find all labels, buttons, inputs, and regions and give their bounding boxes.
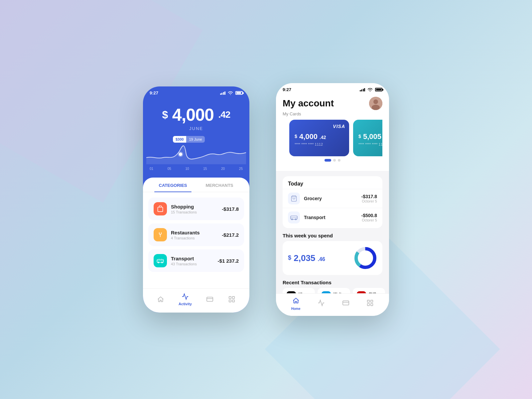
svg-rect-29 — [371, 304, 373, 306]
activity-icon — [181, 293, 189, 301]
bottom-panel: CATEGORIES MERCHANTS Shopping — [143, 178, 249, 313]
status-icons-1 — [220, 91, 243, 95]
nav-card-1[interactable] — [206, 295, 214, 303]
shopping-transactions: 15 Transactions — [171, 210, 222, 214]
account-title: My account — [283, 98, 334, 109]
chart-date-10: 10 — [186, 167, 189, 171]
balance-cents: .42 — [218, 109, 230, 120]
spend-amount: $ 2,035 .46 — [288, 253, 325, 263]
recent-wolt[interactable]: W Wolt -$317.8 — [318, 288, 350, 293]
card-1[interactable]: VISA $ 4,000 .42 **** **** **** 1112 — [289, 120, 349, 156]
tooltip-amount: $300 — [173, 136, 186, 143]
svg-rect-10 — [232, 297, 234, 299]
account-title-row: My account — [283, 94, 382, 111]
svg-rect-7 — [207, 297, 213, 302]
chart-date-25: 25 — [239, 167, 243, 171]
restaurants-amount: -$217.2 — [222, 232, 239, 238]
balance-main: 4,000 — [172, 105, 214, 124]
nav-home-2[interactable]: Home — [291, 297, 301, 311]
nav-home-1[interactable] — [157, 295, 165, 303]
recent-label: Recent Transactions — [283, 280, 382, 285]
card-2[interactable]: VISA $ 5,005 .42 **** **** **** 1123 — [353, 120, 382, 156]
balance-section: $ 4,000 .42 JUNE — [143, 98, 249, 131]
transaction-grocery[interactable]: Grocery -$317.8 Octorer 5 — [283, 189, 382, 208]
balance-month: JUNE — [150, 126, 243, 131]
dot-1 — [325, 159, 331, 162]
tab-bar: CATEGORIES MERCHANTS — [143, 178, 249, 192]
phone-1: 9:27 $ 4,000 .42 — [143, 86, 249, 313]
grid-icon-1 — [228, 295, 236, 303]
wifi-icon — [228, 91, 233, 95]
balance-dollar: $ — [162, 109, 168, 121]
svg-rect-24 — [342, 301, 348, 305]
grocery-info: Grocery — [304, 196, 361, 201]
tab-categories[interactable]: CATEGORIES — [150, 183, 196, 192]
spend-section: This week you spend $ 2,035 .46 — [283, 233, 382, 275]
transport-transactions: 43 Transactions — [171, 262, 218, 266]
dot-2 — [333, 159, 336, 162]
transport-name-2: Transport — [304, 215, 361, 220]
recent-transactions: U Uber -$317.8 W Wolt -$317.8 — [283, 288, 382, 293]
restaurants-name: Restaurants — [171, 230, 222, 235]
nav-activity-2[interactable] — [318, 299, 325, 308]
avatar-image — [369, 97, 382, 110]
account-header: My account My Cards VISA — [276, 94, 389, 171]
svg-point-14 — [373, 99, 378, 104]
recent-uber[interactable]: U Uber -$317.8 — [283, 288, 315, 293]
phone-2: 9:27 My account — [276, 83, 389, 316]
status-bar-1: 9:27 — [143, 86, 249, 98]
nav-grid-1[interactable] — [228, 295, 236, 303]
bottom-nav-1: Activity — [143, 288, 249, 313]
status-bar-2: 9:27 — [276, 83, 389, 94]
nav-grid-2[interactable] — [366, 299, 374, 308]
category-transport[interactable]: Transport 43 Transactions -$1 237.2 — [148, 249, 244, 272]
grid-icon-2 — [366, 299, 374, 308]
transport-icon-2 — [288, 211, 300, 223]
spend-card: $ 2,035 .46 — [283, 241, 382, 275]
recent-section: Recent Transactions U Uber -$317.8 W Wol… — [283, 280, 382, 293]
phones-container: 9:27 $ 4,000 .42 — [143, 83, 389, 316]
card-2-number: **** **** **** 1123 — [358, 142, 382, 146]
cards-label: My Cards — [283, 111, 382, 116]
svg-rect-27 — [371, 300, 373, 302]
dots-indicator — [283, 156, 382, 166]
transport-icon — [154, 254, 167, 267]
transaction-transport[interactable]: Transport -$500.8 Octorer 5 — [283, 208, 382, 227]
balance-amount: $ 4,000 .42 — [150, 105, 243, 125]
chart-date-05: 05 — [168, 167, 171, 171]
activity-icon-2 — [318, 299, 325, 308]
dot-3 — [338, 159, 340, 162]
chart-area: $300 19 June 01 05 10 15 20 25 — [143, 131, 249, 178]
category-shopping[interactable]: Shopping 15 Transactions -$317.8 — [148, 198, 244, 220]
card-1-brand: VISA — [333, 124, 345, 129]
transport-info: Transport 43 Transactions — [171, 256, 218, 266]
nav-card-2[interactable] — [342, 299, 349, 308]
svg-rect-12 — [232, 300, 234, 302]
status-icons-2 — [360, 88, 383, 92]
card-1-number: **** **** **** 1112 — [295, 142, 344, 146]
time-1: 9:27 — [150, 90, 158, 95]
tab-merchants[interactable]: MERCHANTS — [196, 183, 243, 192]
transport-info-2: Transport — [304, 215, 361, 220]
grocery-right: -$317.8 Octorer 5 — [361, 194, 377, 203]
grocery-date: Octorer 5 — [361, 199, 377, 203]
transport-amount-2: -$500.8 — [361, 213, 377, 218]
today-label: Today — [283, 178, 382, 189]
tooltip-date: 19 June — [186, 136, 204, 143]
restaurants-icon — [154, 228, 167, 241]
card-2-amount: $ 5,005 .42 **** **** **** 1123 — [358, 132, 382, 146]
spend-label: This week you spend — [283, 233, 382, 238]
restaurants-transactions: 4 Transactions — [171, 236, 222, 240]
recent-cvs[interactable]: CVS CVS -$317.8 — [353, 288, 385, 293]
signal-icon — [220, 91, 226, 95]
cards-scroll: VISA $ 4,000 .42 **** **** **** 1112 VIS… — [283, 120, 382, 156]
card-1-amount: $ 4,000 .42 **** **** **** 1112 — [295, 132, 344, 146]
grocery-icon — [288, 193, 300, 204]
svg-rect-11 — [229, 300, 231, 302]
nav-activity[interactable]: Activity — [179, 293, 192, 306]
home-icon-2 — [292, 297, 300, 306]
category-restaurants[interactable]: Restaurants 4 Transactions -$217.2 — [148, 223, 244, 246]
svg-rect-26 — [367, 300, 369, 302]
svg-point-23 — [359, 251, 372, 265]
time-2: 9:27 — [283, 87, 291, 92]
